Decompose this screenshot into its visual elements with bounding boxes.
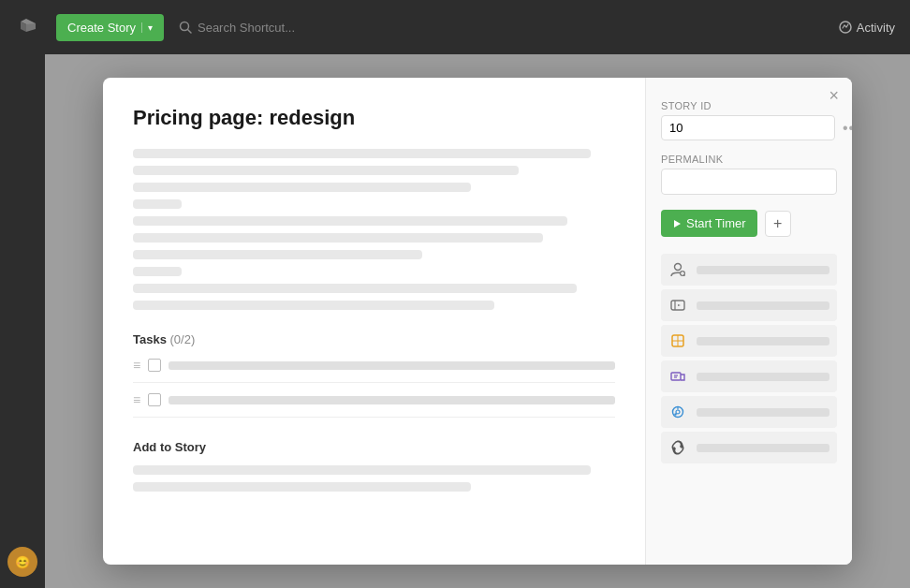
close-button[interactable]: × xyxy=(829,87,839,104)
search-bar[interactable]: Search Shortcut... xyxy=(179,21,295,35)
labels-field[interactable] xyxy=(661,396,837,428)
task-type-field[interactable] xyxy=(661,325,837,357)
requester-icon xyxy=(668,260,687,279)
svg-marker-3 xyxy=(674,220,681,228)
play-icon xyxy=(672,219,682,228)
task-type-value xyxy=(697,337,829,345)
create-story-button[interactable]: Create Story ▾ xyxy=(56,14,164,41)
task-item[interactable]: ≡ xyxy=(133,392,615,418)
svg-point-2 xyxy=(840,22,851,33)
permalink-label: Permalink xyxy=(661,154,837,165)
task-skeleton xyxy=(169,396,615,404)
topbar: Create Story ▾ Search Shortcut... Activi… xyxy=(0,0,910,54)
create-story-dropdown-arrow: ▾ xyxy=(141,22,153,33)
skeleton-line xyxy=(133,233,543,243)
search-icon xyxy=(179,21,192,34)
main-content: × Pricing page: redesign Tasks xyxy=(45,54,910,588)
skeleton-line xyxy=(133,465,591,475)
requester-value xyxy=(697,266,829,274)
search-placeholder: Search Shortcut... xyxy=(198,21,295,35)
iteration-value xyxy=(697,301,829,310)
start-timer-label: Start Timer xyxy=(686,216,746,230)
create-story-label: Create Story xyxy=(67,21,136,35)
dialog-right-panel: Story ID ••• Permalink Start Timer xyxy=(646,78,852,565)
user-avatar[interactable]: 😊 xyxy=(7,547,37,577)
activity-button[interactable]: Activity xyxy=(839,21,895,35)
add-to-story-section: Add to Story xyxy=(133,440,615,454)
task-type-icon xyxy=(668,331,687,350)
labels-icon xyxy=(668,403,687,421)
iteration-icon xyxy=(668,296,687,315)
skeleton-line xyxy=(133,216,567,226)
task-item[interactable]: ≡ xyxy=(133,358,615,383)
timer-row: Start Timer + xyxy=(661,210,837,237)
requester-field[interactable] xyxy=(661,254,837,286)
story-id-label: Story ID xyxy=(661,100,837,111)
task-checkbox[interactable] xyxy=(148,359,161,372)
svg-rect-13 xyxy=(671,373,681,380)
sidebar: 😊 xyxy=(0,54,45,588)
app-logo xyxy=(15,14,41,40)
epic-field[interactable] xyxy=(661,360,837,392)
task-skeleton xyxy=(169,361,615,370)
skeleton-line xyxy=(133,250,422,259)
skeleton-line xyxy=(133,149,591,158)
side-fields xyxy=(661,254,837,463)
svg-point-17 xyxy=(676,410,680,414)
tasks-header: Tasks (0/2) xyxy=(133,332,615,346)
activity-icon xyxy=(839,21,852,34)
skeleton-line xyxy=(133,199,182,209)
add-story-skeleton xyxy=(133,465,615,492)
epic-icon xyxy=(668,367,687,386)
avatar-initials: 😊 xyxy=(15,555,30,569)
more-options-button[interactable]: ••• xyxy=(843,120,852,137)
iteration-field[interactable] xyxy=(661,289,837,321)
skeleton-line xyxy=(133,301,494,310)
linked-field[interactable] xyxy=(661,432,837,463)
story-dialog: × Pricing page: redesign Tasks xyxy=(103,78,852,565)
skeleton-line xyxy=(133,183,471,192)
skeleton-line xyxy=(133,482,471,492)
labels-value xyxy=(697,408,829,417)
linked-value xyxy=(697,444,829,452)
activity-label: Activity xyxy=(857,21,895,35)
linked-icon xyxy=(668,438,687,457)
skeleton-line xyxy=(133,284,577,293)
svg-line-1 xyxy=(187,30,191,34)
story-title: Pricing page: redesign xyxy=(133,106,615,130)
permalink-input[interactable] xyxy=(661,169,837,195)
permalink-section: Permalink xyxy=(661,154,837,210)
tasks-section: Tasks (0/2) ≡ ≡ xyxy=(133,332,615,418)
task-drag-handle: ≡ xyxy=(133,358,140,373)
story-id-row: ••• xyxy=(661,115,837,140)
task-checkbox[interactable] xyxy=(148,393,161,406)
skeleton-line xyxy=(133,267,182,276)
story-id-section: Story ID ••• xyxy=(661,100,837,154)
content-skeleton xyxy=(133,149,615,310)
svg-point-19 xyxy=(674,413,676,415)
story-id-input[interactable] xyxy=(661,115,835,140)
skeleton-line xyxy=(133,166,519,175)
task-drag-handle: ≡ xyxy=(133,392,140,407)
add-timer-button[interactable]: + xyxy=(765,211,791,237)
start-timer-button[interactable]: Start Timer xyxy=(661,210,757,237)
dialog-left-panel: Pricing page: redesign Tasks (0/2) xyxy=(103,78,646,565)
epic-value xyxy=(697,373,829,381)
svg-point-4 xyxy=(675,264,682,271)
